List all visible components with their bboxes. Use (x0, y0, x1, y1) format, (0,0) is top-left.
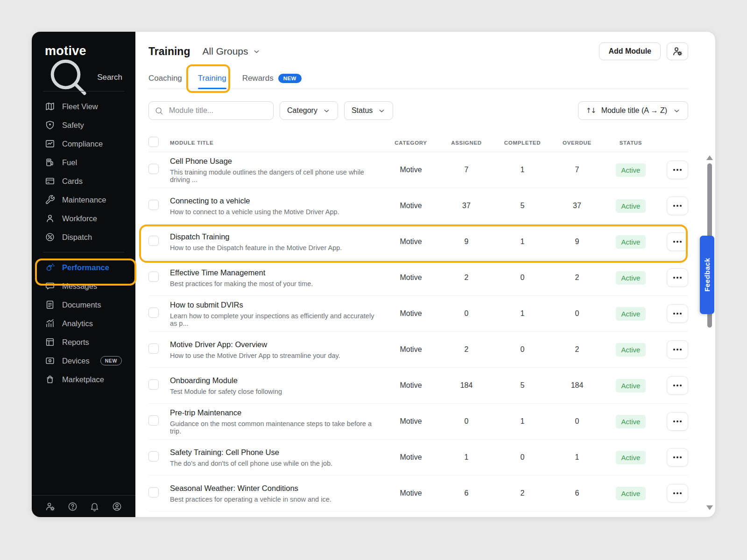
sidebar-item-compliance[interactable]: Compliance (32, 134, 135, 153)
sidebar-item-label: Performance (62, 263, 109, 272)
sidebar-search[interactable]: Search (32, 70, 135, 85)
column-header-overdue[interactable]: OVERDUE (551, 140, 603, 146)
module-title[interactable]: How to submit DVIRs (170, 301, 375, 309)
sidebar-item-safety[interactable]: Safety (32, 116, 135, 134)
scrollbar-up-arrow[interactable] (706, 155, 713, 160)
dispatch-icon (45, 232, 55, 242)
module-title-search[interactable] (148, 101, 274, 120)
row-actions-button[interactable] (667, 412, 688, 431)
training-settings-button[interactable] (667, 42, 688, 60)
tab-rewards[interactable]: Rewards NEW (242, 68, 302, 89)
row-checkbox[interactable] (148, 343, 159, 354)
row-actions-button[interactable] (667, 196, 688, 215)
row-actions-button[interactable] (667, 268, 688, 287)
wrench-icon (45, 195, 55, 205)
category-filter-dropdown[interactable]: Category (280, 101, 338, 120)
module-title[interactable]: Effective Time Management (170, 268, 375, 277)
sidebar-item-fleet-view[interactable]: Fleet View (32, 97, 135, 116)
feedback-tab[interactable]: Feedback (700, 236, 714, 314)
completed-cell: 1 (494, 238, 551, 246)
sidebar-item-messages[interactable]: Messages (32, 277, 135, 295)
sidebar-item-devices[interactable]: DevicesNEW (32, 351, 135, 370)
group-selector-dropdown[interactable]: All Groups (202, 46, 260, 57)
row-checkbox[interactable] (148, 200, 159, 210)
sidebar-item-label: Fuel (62, 158, 77, 167)
row-actions-button[interactable] (667, 484, 688, 503)
assigned-cell: 7 (439, 166, 494, 174)
row-checkbox[interactable] (148, 379, 159, 390)
sidebar-item-workforce[interactable]: Workforce (32, 209, 135, 228)
sort-dropdown[interactable]: ↑↓ Module title (A → Z) (578, 101, 688, 120)
sidebar-item-dispatch[interactable]: Dispatch (32, 228, 135, 246)
assigned-cell: 6 (439, 489, 494, 497)
row-checkbox[interactable] (148, 415, 159, 426)
sidebar-item-label: Marketplace (62, 375, 104, 384)
category-cell: Motive (383, 202, 439, 210)
shield-icon (45, 120, 55, 130)
module-title[interactable]: Safety Training: Cell Phone Use (170, 448, 375, 457)
completed-cell: 1 (494, 417, 551, 426)
chat-icon (45, 281, 55, 291)
row-actions-button[interactable] (667, 304, 688, 323)
group-selector-label: All Groups (202, 46, 248, 57)
tab-label: Rewards (242, 74, 274, 83)
row-actions-button[interactable] (667, 161, 688, 179)
sidebar-item-label: Reports (62, 338, 89, 347)
sidebar-footer (32, 495, 135, 517)
category-cell: Motive (383, 238, 439, 246)
row-actions-button[interactable] (667, 340, 688, 359)
row-actions-button[interactable] (667, 448, 688, 467)
tab-coaching[interactable]: Coaching (148, 68, 182, 89)
module-title[interactable]: Seasonal Weather: Winter Conditions (170, 484, 375, 493)
module-title[interactable]: Pre-trip Maintenance (170, 408, 375, 417)
help-icon[interactable] (67, 501, 78, 512)
sidebar-item-reports[interactable]: Reports (32, 333, 135, 351)
row-checkbox[interactable] (148, 236, 159, 246)
row-actions-button[interactable] (667, 232, 688, 251)
sidebar-item-cards[interactable]: Cards (32, 172, 135, 190)
module-title[interactable]: Motive Driver App: Overview (170, 340, 375, 349)
module-title[interactable]: Cell Phone Usage (170, 157, 375, 166)
tab-training[interactable]: Training (198, 68, 226, 89)
tab-label: Coaching (148, 74, 182, 83)
module-description: Best practices for operating a vehicle i… (170, 496, 375, 503)
module-title-search-input[interactable] (168, 106, 268, 115)
sidebar-item-fuel[interactable]: Fuel (32, 153, 135, 172)
row-actions-button[interactable] (667, 376, 688, 395)
sidebar-item-performance[interactable]: Performance (32, 258, 135, 277)
user-gear-icon[interactable] (45, 501, 56, 512)
status-badge: Active (616, 415, 646, 428)
status-filter-dropdown[interactable]: Status (344, 101, 393, 120)
sidebar-item-marketplace[interactable]: Marketplace (32, 370, 135, 389)
row-checkbox[interactable] (148, 487, 159, 497)
bell-icon[interactable] (89, 501, 100, 512)
assigned-cell: 0 (439, 309, 494, 318)
column-header-completed[interactable]: COMPLETED (494, 140, 551, 146)
add-module-button[interactable]: Add Module (599, 42, 661, 60)
row-checkbox[interactable] (148, 272, 159, 282)
column-header-assigned[interactable]: ASSIGNED (439, 140, 494, 146)
filter-bar: Category Status ↑↓ Module title (A → Z) (148, 101, 688, 120)
account-icon[interactable] (112, 501, 122, 512)
report-icon (45, 337, 55, 347)
module-title[interactable]: Connecting to a vehicle (170, 196, 375, 205)
sidebar-item-documents[interactable]: Documents (32, 295, 135, 314)
column-header-module-title[interactable]: MODULE TITLE (170, 140, 383, 146)
sidebar-item-analytics[interactable]: Analytics (32, 314, 135, 333)
sidebar-item-label: Documents (62, 301, 101, 309)
column-header-category[interactable]: CATEGORY (383, 140, 439, 146)
row-checkbox[interactable] (148, 451, 159, 462)
completed-cell: 1 (494, 166, 551, 174)
analytics-icon (45, 318, 55, 329)
column-header-status[interactable]: STATUS (603, 140, 658, 146)
scrollbar-down-arrow[interactable] (706, 505, 713, 510)
ellipsis-icon (673, 492, 675, 494)
module-title[interactable]: Onboarding Module (170, 376, 375, 385)
row-checkbox[interactable] (148, 164, 159, 174)
module-title[interactable]: Dispatch Training (170, 232, 375, 241)
status-badge: Active (616, 451, 646, 464)
sidebar-item-maintenance[interactable]: Maintenance (32, 190, 135, 209)
row-checkbox[interactable] (148, 308, 159, 318)
select-all-checkbox[interactable] (148, 137, 159, 147)
sidebar-item-label: Fleet View (62, 102, 98, 111)
